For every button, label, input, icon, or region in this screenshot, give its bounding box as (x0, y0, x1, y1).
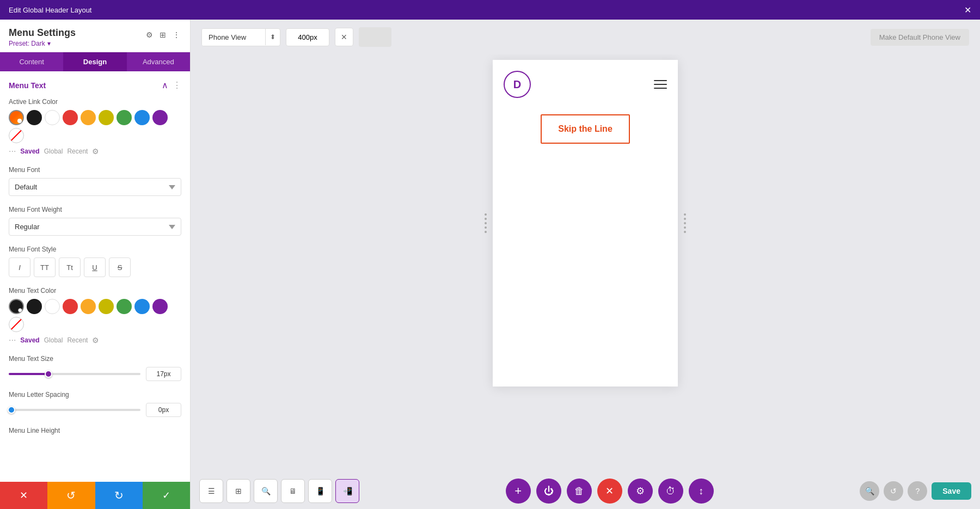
menu-letter-spacing-thumb[interactable] (8, 406, 15, 414)
menu-text-color-swatches (9, 299, 181, 332)
color-swatch-blue[interactable] (134, 110, 150, 125)
global-link[interactable]: Global (44, 148, 63, 155)
menu-font-style-label: Menu Font Style (9, 246, 181, 253)
menu-font-select[interactable]: Default Arial Georgia (9, 178, 181, 196)
title-bar: Edit Global Header Layout ✕ (0, 0, 980, 20)
menu-text-title: Menu Text (9, 81, 46, 90)
power-circle-btn[interactable]: ⏻ (536, 479, 561, 504)
bottom-toolbar: ☰ ⊞ 🔍 🖥 📱 📲 + ⏻ 🗑 ✕ ⚙ ⏱ ↕ 🔍 ↺ ? Save (191, 473, 980, 509)
resize-handle-right[interactable] (684, 213, 686, 233)
color-swatch-black[interactable] (27, 110, 42, 125)
text-color-swatch-green[interactable] (117, 299, 132, 314)
menu-letter-spacing-group: Menu Letter Spacing (9, 391, 181, 417)
menu-font-weight-select[interactable]: Regular Bold Light (9, 218, 181, 236)
help-right-btn[interactable]: ? (908, 481, 927, 501)
tab-design[interactable]: Design (63, 52, 126, 71)
width-px-input[interactable] (286, 28, 329, 46)
text-color-swatch-purple[interactable] (152, 299, 168, 314)
saved-link[interactable]: Saved (20, 148, 39, 155)
phone-tool-btn[interactable]: 📲 (335, 479, 359, 503)
text-color-settings-icon[interactable]: ⚙ (92, 336, 99, 345)
text-color-swatch-blue[interactable] (134, 299, 150, 314)
save-btn[interactable]: Save (932, 482, 971, 500)
section-collapse-btn[interactable]: ∧ (162, 80, 168, 90)
undo-footer-btn[interactable]: ↺ (47, 482, 95, 509)
underline-btn[interactable]: U (84, 257, 106, 277)
search-right-btn[interactable]: 🔍 (860, 481, 879, 501)
menu-text-size-input[interactable] (146, 367, 181, 381)
preview-logo-letter: D (513, 78, 521, 91)
strikethrough-btn[interactable]: S (109, 257, 131, 277)
close-circle-btn[interactable]: ✕ (597, 479, 622, 504)
make-default-btn[interactable]: Make Default Phone View (871, 29, 969, 46)
text-color-swatch-red[interactable] (63, 299, 78, 314)
grid-tool-btn[interactable]: ⊞ (226, 479, 250, 503)
capitalize-btn[interactable]: Tt (59, 257, 81, 277)
footer-actions: ✕ ↺ ↻ ✓ (0, 482, 190, 509)
tab-advanced[interactable]: Advanced (127, 52, 190, 71)
title-bar-label: Edit Global Header Layout (9, 6, 91, 14)
resize-handle-left[interactable] (485, 213, 487, 233)
spacer-bar (359, 27, 391, 47)
color-swatch-green[interactable] (117, 110, 132, 125)
menu-line-height-group: Menu Line Height (9, 427, 181, 434)
bottom-left-tools: ☰ ⊞ 🔍 🖥 📱 📲 (199, 479, 359, 503)
layout-icon-btn[interactable]: ⊞ (158, 29, 167, 40)
settings-circle-btn[interactable]: ⚙ (628, 479, 653, 504)
uppercase-btn[interactable]: TT (34, 257, 56, 277)
menu-letter-spacing-input[interactable] (146, 403, 181, 417)
preview-hamburger[interactable] (654, 80, 667, 89)
redo-footer-btn[interactable]: ↻ (95, 482, 143, 509)
color-swatch-yellow[interactable] (99, 110, 114, 125)
desktop-tool-btn[interactable]: 🖥 (281, 479, 305, 503)
text-color-swatch-black[interactable] (27, 299, 42, 314)
bottom-right-tools: 🔍 ↺ ? Save (860, 481, 971, 501)
timer-circle-btn[interactable]: ⏱ (658, 479, 683, 504)
add-circle-btn[interactable]: + (506, 479, 531, 504)
color-swatch-amber[interactable] (81, 110, 96, 125)
close-px-btn[interactable]: ✕ (335, 28, 353, 46)
more-dots[interactable]: ··· (9, 146, 16, 156)
bottom-center-tools: + ⏻ 🗑 ✕ ⚙ ⏱ ↕ (506, 479, 714, 504)
italic-btn[interactable]: I (9, 257, 30, 277)
color-settings-icon[interactable]: ⚙ (92, 147, 99, 156)
text-color-saved-link[interactable]: Saved (20, 336, 39, 344)
menu-tool-btn[interactable]: ☰ (199, 479, 223, 503)
more-icon-btn[interactable]: ⋮ (171, 29, 181, 40)
menu-text-size-thumb[interactable] (45, 370, 52, 378)
preview-skip-line-button[interactable]: Skip the Line (541, 114, 630, 144)
section-more-btn[interactable]: ⋮ (173, 80, 181, 90)
canvas-toolbar: Phone View Desktop View Tablet View ⬍ ✕ … (191, 20, 980, 54)
tablet-tool-btn[interactable]: 📱 (308, 479, 332, 503)
text-color-swatch-none[interactable] (9, 317, 24, 332)
sort-circle-btn[interactable]: ↕ (689, 479, 714, 504)
hamburger-line-3 (654, 88, 667, 89)
color-swatch-purple[interactable] (152, 110, 168, 125)
text-color-swatch-amber[interactable] (81, 299, 96, 314)
tabs-row: Content Design Advanced (0, 52, 190, 71)
color-swatch-red[interactable] (63, 110, 78, 125)
color-swatch-white[interactable] (45, 110, 60, 125)
tab-content[interactable]: Content (0, 52, 63, 71)
text-color-more-dots[interactable]: ··· (9, 335, 16, 345)
menu-text-color-group: Menu Text Color ··· (9, 287, 181, 345)
title-bar-close-button[interactable]: ✕ (964, 5, 971, 15)
text-color-swatch-white[interactable] (45, 299, 60, 314)
menu-text-color-selected[interactable] (9, 299, 24, 314)
view-select-arrow-icon: ⬍ (265, 29, 280, 45)
text-color-swatch-yellow[interactable] (99, 299, 114, 314)
view-select[interactable]: Phone View Desktop View Tablet View (202, 29, 265, 46)
refresh-right-btn[interactable]: ↺ (884, 481, 903, 501)
cancel-footer-btn[interactable]: ✕ (0, 482, 47, 509)
recent-link[interactable]: Recent (67, 148, 88, 155)
settings-icon-btn[interactable]: ⚙ (145, 29, 154, 40)
delete-circle-btn[interactable]: 🗑 (567, 479, 592, 504)
hamburger-line-2 (654, 84, 667, 85)
color-swatch-none[interactable] (9, 128, 24, 143)
text-color-global-link[interactable]: Global (44, 336, 63, 344)
search-tool-btn[interactable]: 🔍 (254, 479, 278, 503)
active-link-color-selected-swatch[interactable] (9, 110, 24, 125)
text-color-recent-link[interactable]: Recent (67, 336, 88, 344)
main-layout: Menu Settings Preset: Dark ▾ ⚙ ⊞ ⋮ Conte… (0, 20, 980, 509)
confirm-footer-btn[interactable]: ✓ (143, 482, 190, 509)
